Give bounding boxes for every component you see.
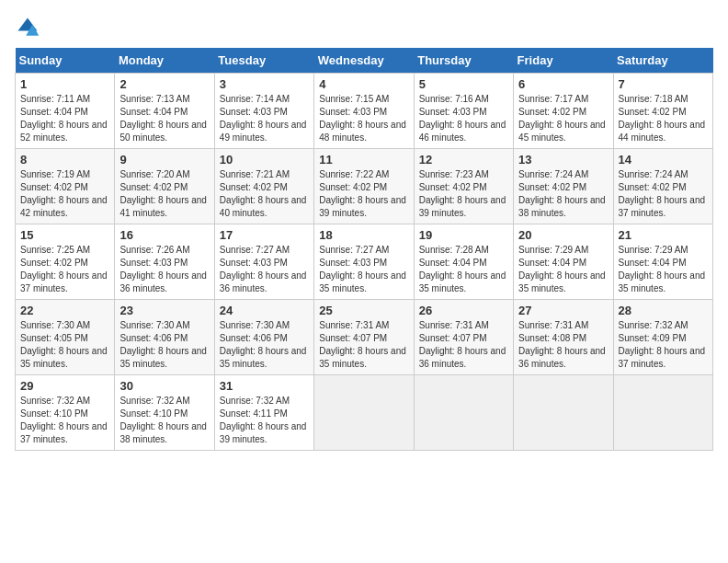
- day-info: Sunrise: 7:30 AMSunset: 4:06 PMDaylight:…: [119, 319, 209, 371]
- day-info: Sunrise: 7:30 AMSunset: 4:06 PMDaylight:…: [220, 319, 309, 371]
- day-info: Sunrise: 7:31 AMSunset: 4:07 PMDaylight:…: [319, 319, 408, 371]
- weekday-header-row: SundayMondayTuesdayWednesdayThursdayFrid…: [16, 48, 713, 74]
- weekday-header-saturday: Saturday: [613, 48, 712, 74]
- calendar-cell: 30Sunrise: 7:32 AMSunset: 4:10 PMDayligh…: [115, 375, 214, 451]
- calendar-cell: 17Sunrise: 7:27 AMSunset: 4:03 PMDayligh…: [214, 224, 313, 300]
- weekday-header-thursday: Thursday: [414, 48, 513, 74]
- calendar-cell: [514, 375, 613, 451]
- calendar-cell: 10Sunrise: 7:21 AMSunset: 4:02 PMDayligh…: [214, 149, 313, 224]
- day-number: 23: [119, 304, 209, 317]
- calendar-cell: 4Sunrise: 7:15 AMSunset: 4:03 PMDaylight…: [314, 74, 414, 149]
- day-number: 24: [220, 304, 309, 317]
- calendar-cell: 5Sunrise: 7:16 AMSunset: 4:03 PMDaylight…: [414, 74, 513, 149]
- day-info: Sunrise: 7:17 AMSunset: 4:02 PMDaylight:…: [518, 93, 608, 144]
- day-info: Sunrise: 7:29 AMSunset: 4:04 PMDaylight:…: [619, 244, 708, 295]
- calendar-cell: 11Sunrise: 7:22 AMSunset: 4:02 PMDayligh…: [314, 149, 414, 224]
- day-number: 31: [220, 379, 309, 393]
- day-number: 29: [20, 379, 109, 393]
- calendar-cell: 13Sunrise: 7:24 AMSunset: 4:02 PMDayligh…: [514, 149, 613, 224]
- day-number: 27: [518, 304, 608, 317]
- day-info: Sunrise: 7:26 AMSunset: 4:03 PMDaylight:…: [119, 244, 209, 295]
- day-info: Sunrise: 7:32 AMSunset: 4:10 PMDaylight:…: [20, 395, 109, 446]
- page-header: [15, 15, 713, 40]
- day-info: Sunrise: 7:15 AMSunset: 4:03 PMDaylight:…: [319, 93, 408, 144]
- calendar-cell: 7Sunrise: 7:18 AMSunset: 4:02 PMDaylight…: [613, 74, 712, 149]
- calendar-cell: [314, 375, 414, 451]
- calendar-table: SundayMondayTuesdayWednesdayThursdayFrid…: [15, 48, 713, 451]
- calendar-cell: 22Sunrise: 7:30 AMSunset: 4:05 PMDayligh…: [16, 300, 115, 375]
- day-info: Sunrise: 7:21 AMSunset: 4:02 PMDaylight:…: [220, 168, 309, 220]
- calendar-cell: 28Sunrise: 7:32 AMSunset: 4:09 PMDayligh…: [613, 300, 712, 375]
- day-number: 17: [220, 228, 309, 242]
- day-number: 25: [319, 304, 408, 317]
- day-number: 18: [319, 228, 408, 242]
- day-info: Sunrise: 7:16 AMSunset: 4:03 PMDaylight:…: [419, 93, 508, 144]
- day-number: 16: [119, 228, 209, 242]
- day-info: Sunrise: 7:11 AMSunset: 4:04 PMDaylight:…: [20, 93, 109, 144]
- day-number: 3: [220, 77, 309, 91]
- day-number: 19: [419, 228, 508, 242]
- day-number: 30: [119, 379, 209, 393]
- calendar-cell: 8Sunrise: 7:19 AMSunset: 4:02 PMDaylight…: [16, 149, 115, 224]
- day-info: Sunrise: 7:24 AMSunset: 4:02 PMDaylight:…: [518, 168, 608, 220]
- calendar-week-row: 1Sunrise: 7:11 AMSunset: 4:04 PMDaylight…: [16, 74, 713, 149]
- day-info: Sunrise: 7:20 AMSunset: 4:02 PMDaylight:…: [119, 168, 209, 220]
- day-number: 21: [619, 228, 708, 242]
- calendar-cell: 27Sunrise: 7:31 AMSunset: 4:08 PMDayligh…: [514, 300, 613, 375]
- calendar-cell: 25Sunrise: 7:31 AMSunset: 4:07 PMDayligh…: [314, 300, 414, 375]
- calendar-cell: 12Sunrise: 7:23 AMSunset: 4:02 PMDayligh…: [414, 149, 513, 224]
- day-info: Sunrise: 7:29 AMSunset: 4:04 PMDaylight:…: [518, 244, 608, 295]
- calendar-cell: [613, 375, 712, 451]
- day-number: 22: [20, 304, 109, 317]
- logo-icon: [15, 15, 40, 40]
- day-number: 28: [619, 304, 708, 317]
- day-number: 8: [20, 153, 109, 167]
- day-info: Sunrise: 7:13 AMSunset: 4:04 PMDaylight:…: [119, 93, 209, 144]
- weekday-header-wednesday: Wednesday: [314, 48, 414, 74]
- day-info: Sunrise: 7:27 AMSunset: 4:03 PMDaylight:…: [220, 244, 309, 295]
- day-number: 5: [419, 77, 508, 91]
- day-info: Sunrise: 7:32 AMSunset: 4:09 PMDaylight:…: [619, 319, 708, 371]
- day-info: Sunrise: 7:27 AMSunset: 4:03 PMDaylight:…: [319, 244, 408, 295]
- calendar-cell: 3Sunrise: 7:14 AMSunset: 4:03 PMDaylight…: [214, 74, 313, 149]
- day-info: Sunrise: 7:32 AMSunset: 4:11 PMDaylight:…: [220, 395, 309, 446]
- calendar-cell: 24Sunrise: 7:30 AMSunset: 4:06 PMDayligh…: [214, 300, 313, 375]
- day-number: 7: [619, 77, 708, 91]
- day-number: 6: [518, 77, 608, 91]
- calendar-cell: 26Sunrise: 7:31 AMSunset: 4:07 PMDayligh…: [414, 300, 513, 375]
- day-info: Sunrise: 7:22 AMSunset: 4:02 PMDaylight:…: [319, 168, 408, 220]
- day-number: 26: [419, 304, 508, 317]
- day-info: Sunrise: 7:28 AMSunset: 4:04 PMDaylight:…: [419, 244, 508, 295]
- day-number: 11: [319, 153, 408, 167]
- calendar-week-row: 8Sunrise: 7:19 AMSunset: 4:02 PMDaylight…: [16, 149, 713, 224]
- day-info: Sunrise: 7:30 AMSunset: 4:05 PMDaylight:…: [20, 319, 109, 371]
- calendar-cell: 9Sunrise: 7:20 AMSunset: 4:02 PMDaylight…: [115, 149, 214, 224]
- calendar-cell: 18Sunrise: 7:27 AMSunset: 4:03 PMDayligh…: [314, 224, 414, 300]
- day-info: Sunrise: 7:25 AMSunset: 4:02 PMDaylight:…: [20, 244, 109, 295]
- day-info: Sunrise: 7:18 AMSunset: 4:02 PMDaylight:…: [619, 93, 708, 144]
- day-number: 12: [419, 153, 508, 167]
- weekday-header-sunday: Sunday: [16, 48, 115, 74]
- day-number: 14: [619, 153, 708, 167]
- calendar-body: 1Sunrise: 7:11 AMSunset: 4:04 PMDaylight…: [16, 74, 713, 451]
- day-number: 2: [119, 77, 209, 91]
- day-number: 1: [20, 77, 109, 91]
- day-info: Sunrise: 7:31 AMSunset: 4:07 PMDaylight:…: [419, 319, 508, 371]
- calendar-week-row: 22Sunrise: 7:30 AMSunset: 4:05 PMDayligh…: [16, 300, 713, 375]
- calendar-cell: 19Sunrise: 7:28 AMSunset: 4:04 PMDayligh…: [414, 224, 513, 300]
- day-number: 15: [20, 228, 109, 242]
- day-number: 10: [220, 153, 309, 167]
- day-info: Sunrise: 7:14 AMSunset: 4:03 PMDaylight:…: [220, 93, 309, 144]
- calendar-cell: 29Sunrise: 7:32 AMSunset: 4:10 PMDayligh…: [16, 375, 115, 451]
- calendar-cell: 31Sunrise: 7:32 AMSunset: 4:11 PMDayligh…: [214, 375, 313, 451]
- weekday-header-monday: Monday: [115, 48, 214, 74]
- day-number: 20: [518, 228, 608, 242]
- weekday-header-tuesday: Tuesday: [214, 48, 313, 74]
- weekday-header-friday: Friday: [514, 48, 613, 74]
- calendar-cell: 21Sunrise: 7:29 AMSunset: 4:04 PMDayligh…: [613, 224, 712, 300]
- calendar-cell: [414, 375, 513, 451]
- day-number: 9: [119, 153, 209, 167]
- calendar-cell: 14Sunrise: 7:24 AMSunset: 4:02 PMDayligh…: [613, 149, 712, 224]
- calendar-cell: 2Sunrise: 7:13 AMSunset: 4:04 PMDaylight…: [115, 74, 214, 149]
- calendar-cell: 15Sunrise: 7:25 AMSunset: 4:02 PMDayligh…: [16, 224, 115, 300]
